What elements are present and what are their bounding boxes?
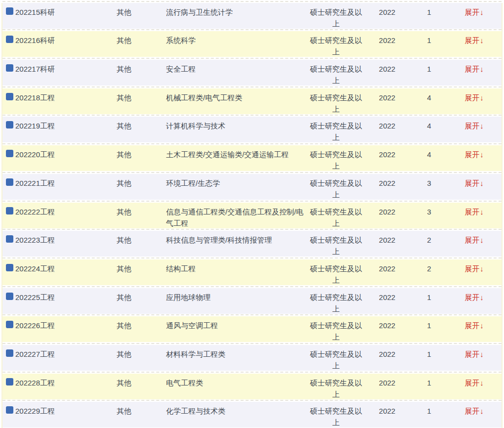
year-cell: 2022 <box>364 203 411 217</box>
year-cell: 2022 <box>364 288 411 303</box>
table-row: 202225工程 其他 应用地球物理 硕士研究生及以上 2022 1 展开↓ <box>2 288 502 314</box>
education-cell: 硕士研究生及以上 <box>308 345 364 371</box>
table-row: 202222工程 其他 信息与通信工程类/交通信息工程及控制/电气工程 硕士研究… <box>2 203 502 228</box>
count-cell: 1 <box>411 402 448 417</box>
table-row: 202229工程 其他 化学工程与技术类 硕士研究生及以上 2022 1 展开↓ <box>2 402 502 428</box>
education-cell: 硕士研究生及以上 <box>308 88 364 115</box>
education-cell: 硕士研究生及以上 <box>308 316 364 342</box>
table-row: 202216科研 其他 系统科学 硕士研究生及以上 2022 1 展开↓ <box>2 31 502 57</box>
count-cell: 1 <box>411 288 448 303</box>
row-checkbox[interactable] <box>2 259 15 271</box>
table-row: 202218工程 其他 机械工程类/电气工程类 硕士研究生及以上 2022 4 … <box>2 88 502 114</box>
table-row: 202227工程 其他 材料科学与工程类 硕士研究生及以上 2022 1 展开↓ <box>2 345 502 371</box>
year-cell: 2022 <box>364 60 411 75</box>
row-checkbox[interactable] <box>2 345 15 357</box>
expand-toggle[interactable]: 展开↓ <box>464 264 484 273</box>
expand-toggle[interactable]: 展开↓ <box>464 293 484 301</box>
expand-toggle[interactable]: 展开↓ <box>464 8 484 16</box>
expand-toggle[interactable]: 展开↓ <box>464 150 484 159</box>
category-cell: 其他 <box>114 174 166 189</box>
checkbox-icon <box>6 64 13 72</box>
category-cell: 其他 <box>114 203 166 217</box>
expand-toggle[interactable]: 展开↓ <box>464 208 484 216</box>
education-cell: 硕士研究生及以上 <box>308 374 364 400</box>
expand-toggle[interactable]: 展开↓ <box>464 122 484 130</box>
count-cell: 4 <box>411 117 448 131</box>
expand-toggle[interactable]: 展开↓ <box>464 407 484 415</box>
row-checkbox[interactable] <box>2 88 15 100</box>
category-cell: 其他 <box>114 288 166 303</box>
expand-toggle[interactable]: 展开↓ <box>464 36 484 44</box>
row-checkbox[interactable] <box>2 374 15 385</box>
expand-label: 展开 <box>464 65 479 73</box>
position-id-cell: 202227工程 <box>15 345 114 360</box>
expand-toggle[interactable]: 展开↓ <box>464 350 484 358</box>
expand-label: 展开 <box>464 150 479 159</box>
checkbox-icon <box>6 264 13 271</box>
down-arrow-icon: ↓ <box>480 36 484 44</box>
expand-toggle[interactable]: 展开↓ <box>464 321 484 330</box>
category-cell: 其他 <box>114 231 166 246</box>
checkbox-icon <box>6 349 13 357</box>
row-checkbox[interactable] <box>2 316 15 328</box>
down-arrow-icon: ↓ <box>480 65 484 73</box>
table-row: 202224工程 其他 结构工程 硕士研究生及以上 2022 2 展开↓ <box>2 259 502 285</box>
checkbox-icon <box>6 178 13 186</box>
expand-label: 展开 <box>464 122 479 130</box>
year-cell: 2022 <box>364 117 411 131</box>
major-cell: 流行病与卫生统计学 <box>166 3 308 18</box>
position-id-cell: 202219工程 <box>15 117 114 131</box>
education-cell: 硕士研究生及以上 <box>308 231 364 257</box>
major-cell: 系统科学 <box>166 31 308 46</box>
count-cell: 2 <box>411 259 448 274</box>
down-arrow-icon: ↓ <box>480 379 484 387</box>
row-checkbox[interactable] <box>2 31 15 43</box>
education-cell: 硕士研究生及以上 <box>308 117 364 143</box>
table-row: 202219工程 其他 计算机科学与技术 硕士研究生及以上 2022 4 展开↓ <box>2 117 502 142</box>
expand-toggle[interactable]: 展开↓ <box>464 379 484 387</box>
category-cell: 其他 <box>114 316 166 331</box>
expand-label: 展开 <box>464 8 479 16</box>
expand-toggle[interactable]: 展开↓ <box>464 93 484 102</box>
row-checkbox[interactable] <box>2 231 15 243</box>
expand-label: 展开 <box>464 264 479 273</box>
row-checkbox[interactable] <box>2 145 15 157</box>
expand-toggle[interactable]: 展开↓ <box>464 236 484 244</box>
count-cell: 1 <box>411 31 448 46</box>
row-checkbox[interactable] <box>2 402 15 414</box>
category-cell: 其他 <box>114 60 166 75</box>
year-cell: 2022 <box>364 374 411 388</box>
position-id-cell: 202216科研 <box>15 31 114 46</box>
major-cell: 通风与空调工程 <box>166 316 308 331</box>
row-checkbox[interactable] <box>2 117 15 128</box>
category-cell: 其他 <box>114 374 166 388</box>
year-cell: 2022 <box>364 88 411 103</box>
down-arrow-icon: ↓ <box>480 208 484 216</box>
education-cell: 硕士研究生及以上 <box>308 203 364 229</box>
row-checkbox[interactable] <box>2 174 15 186</box>
down-arrow-icon: ↓ <box>480 179 484 187</box>
row-checkbox[interactable] <box>2 203 15 214</box>
expand-toggle[interactable]: 展开↓ <box>464 65 484 73</box>
expand-label: 展开 <box>464 293 479 301</box>
major-cell: 机械工程类/电气工程类 <box>166 88 308 103</box>
row-checkbox[interactable] <box>2 288 15 300</box>
expand-toggle[interactable]: 展开↓ <box>464 179 484 187</box>
education-cell: 硕士研究生及以上 <box>308 31 364 57</box>
year-cell: 2022 <box>364 316 411 331</box>
table-row: 202215科研 其他 流行病与卫生统计学 硕士研究生及以上 2022 1 展开… <box>2 3 502 29</box>
down-arrow-icon: ↓ <box>480 321 484 330</box>
checkbox-icon <box>6 150 13 157</box>
category-cell: 其他 <box>114 117 166 131</box>
position-id-cell: 202224工程 <box>15 259 114 274</box>
major-cell: 安全工程 <box>166 60 308 75</box>
row-checkbox[interactable] <box>2 3 15 15</box>
category-cell: 其他 <box>114 31 166 46</box>
row-checkbox[interactable] <box>2 60 15 72</box>
table-row: 202217科研 其他 安全工程 硕士研究生及以上 2022 1 展开↓ <box>2 60 502 86</box>
major-cell: 信息与通信工程类/交通信息工程及控制/电气工程 <box>166 203 308 229</box>
table-row: 202226工程 其他 通风与空调工程 硕士研究生及以上 2022 1 展开↓ <box>2 316 502 342</box>
education-cell: 硕士研究生及以上 <box>308 288 364 314</box>
position-id-cell: 202220工程 <box>15 145 114 160</box>
expand-label: 展开 <box>464 36 479 44</box>
